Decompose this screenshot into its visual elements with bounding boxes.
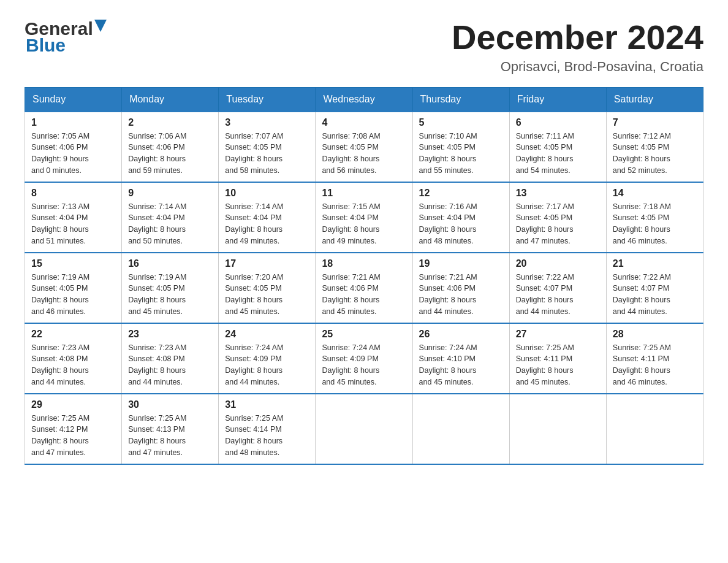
day-number: 20 <box>516 258 600 269</box>
day-number: 14 <box>613 188 697 199</box>
col-wednesday: Wednesday <box>316 87 412 112</box>
day-info: Sunrise: 7:23 AMSunset: 4:08 PMDaylight:… <box>31 342 115 388</box>
day-info: Sunrise: 7:18 AMSunset: 4:05 PMDaylight:… <box>613 201 697 247</box>
day-number: 2 <box>128 117 212 128</box>
day-number: 27 <box>516 329 600 340</box>
table-row <box>509 394 606 464</box>
col-tuesday: Tuesday <box>219 87 316 112</box>
day-info: Sunrise: 7:14 AMSunset: 4:04 PMDaylight:… <box>225 201 309 247</box>
day-info: Sunrise: 7:25 AMSunset: 4:11 PMDaylight:… <box>516 342 600 388</box>
table-row: 8Sunrise: 7:13 AMSunset: 4:04 PMDaylight… <box>25 182 122 253</box>
table-row: 26Sunrise: 7:24 AMSunset: 4:10 PMDayligh… <box>412 323 509 394</box>
table-row: 13Sunrise: 7:17 AMSunset: 4:05 PMDayligh… <box>509 182 606 253</box>
table-row: 12Sunrise: 7:16 AMSunset: 4:04 PMDayligh… <box>412 182 509 253</box>
calendar-week-row: 8Sunrise: 7:13 AMSunset: 4:04 PMDaylight… <box>25 182 703 253</box>
calendar-week-row: 22Sunrise: 7:23 AMSunset: 4:08 PMDayligh… <box>25 323 703 394</box>
table-row: 28Sunrise: 7:25 AMSunset: 4:11 PMDayligh… <box>606 323 703 394</box>
col-friday: Friday <box>509 87 606 112</box>
table-row: 9Sunrise: 7:14 AMSunset: 4:04 PMDaylight… <box>122 182 219 253</box>
day-info: Sunrise: 7:24 AMSunset: 4:09 PMDaylight:… <box>322 342 406 388</box>
day-number: 31 <box>225 399 309 410</box>
table-row: 5Sunrise: 7:10 AMSunset: 4:05 PMDaylight… <box>412 112 509 182</box>
day-number: 1 <box>31 117 115 128</box>
day-info: Sunrise: 7:24 AMSunset: 4:09 PMDaylight:… <box>225 342 309 388</box>
day-info: Sunrise: 7:21 AMSunset: 4:06 PMDaylight:… <box>322 272 406 318</box>
title-section: December 2024 Oprisavci, Brod-Posavina, … <box>452 18 703 75</box>
day-number: 11 <box>322 188 406 199</box>
day-info: Sunrise: 7:25 AMSunset: 4:11 PMDaylight:… <box>613 342 697 388</box>
day-number: 13 <box>516 188 600 199</box>
table-row: 16Sunrise: 7:19 AMSunset: 4:05 PMDayligh… <box>122 253 219 323</box>
day-number: 7 <box>613 117 697 128</box>
day-info: Sunrise: 7:22 AMSunset: 4:07 PMDaylight:… <box>613 272 697 318</box>
table-row: 25Sunrise: 7:24 AMSunset: 4:09 PMDayligh… <box>316 323 412 394</box>
day-info: Sunrise: 7:10 AMSunset: 4:05 PMDaylight:… <box>419 131 503 177</box>
day-info: Sunrise: 7:19 AMSunset: 4:05 PMDaylight:… <box>31 272 115 318</box>
calendar-week-row: 29Sunrise: 7:25 AMSunset: 4:12 PMDayligh… <box>25 394 703 464</box>
day-info: Sunrise: 7:20 AMSunset: 4:05 PMDaylight:… <box>225 272 309 318</box>
table-row: 23Sunrise: 7:23 AMSunset: 4:08 PMDayligh… <box>122 323 219 394</box>
day-info: Sunrise: 7:05 AMSunset: 4:06 PMDaylight:… <box>31 131 115 177</box>
day-number: 16 <box>128 258 212 269</box>
table-row: 6Sunrise: 7:11 AMSunset: 4:05 PMDaylight… <box>509 112 606 182</box>
day-info: Sunrise: 7:12 AMSunset: 4:05 PMDaylight:… <box>613 131 697 177</box>
day-info: Sunrise: 7:22 AMSunset: 4:07 PMDaylight:… <box>516 272 600 318</box>
day-info: Sunrise: 7:07 AMSunset: 4:05 PMDaylight:… <box>225 131 309 177</box>
table-row: 7Sunrise: 7:12 AMSunset: 4:05 PMDaylight… <box>606 112 703 182</box>
day-info: Sunrise: 7:15 AMSunset: 4:04 PMDaylight:… <box>322 201 406 247</box>
table-row: 20Sunrise: 7:22 AMSunset: 4:07 PMDayligh… <box>509 253 606 323</box>
table-row: 15Sunrise: 7:19 AMSunset: 4:05 PMDayligh… <box>25 253 122 323</box>
day-number: 4 <box>322 117 406 128</box>
day-info: Sunrise: 7:24 AMSunset: 4:10 PMDaylight:… <box>419 342 503 388</box>
table-row: 27Sunrise: 7:25 AMSunset: 4:11 PMDayligh… <box>509 323 606 394</box>
day-number: 6 <box>516 117 600 128</box>
day-number: 12 <box>419 188 503 199</box>
table-row: 14Sunrise: 7:18 AMSunset: 4:05 PMDayligh… <box>606 182 703 253</box>
table-row: 18Sunrise: 7:21 AMSunset: 4:06 PMDayligh… <box>316 253 412 323</box>
table-row <box>606 394 703 464</box>
table-row: 19Sunrise: 7:21 AMSunset: 4:06 PMDayligh… <box>412 253 509 323</box>
day-number: 17 <box>225 258 309 269</box>
col-sunday: Sunday <box>25 87 122 112</box>
location-title: Oprisavci, Brod-Posavina, Croatia <box>452 59 703 75</box>
table-row: 22Sunrise: 7:23 AMSunset: 4:08 PMDayligh… <box>25 323 122 394</box>
table-row: 29Sunrise: 7:25 AMSunset: 4:12 PMDayligh… <box>25 394 122 464</box>
table-row <box>316 394 412 464</box>
day-number: 23 <box>128 329 212 340</box>
calendar-table: Sunday Monday Tuesday Wednesday Thursday… <box>25 87 703 465</box>
table-row: 31Sunrise: 7:25 AMSunset: 4:14 PMDayligh… <box>219 394 316 464</box>
table-row: 2Sunrise: 7:06 AMSunset: 4:06 PMDaylight… <box>122 112 219 182</box>
day-info: Sunrise: 7:17 AMSunset: 4:05 PMDaylight:… <box>516 201 600 247</box>
table-row: 24Sunrise: 7:24 AMSunset: 4:09 PMDayligh… <box>219 323 316 394</box>
day-info: Sunrise: 7:25 AMSunset: 4:13 PMDaylight:… <box>128 413 212 459</box>
table-row: 11Sunrise: 7:15 AMSunset: 4:04 PMDayligh… <box>316 182 412 253</box>
day-info: Sunrise: 7:11 AMSunset: 4:05 PMDaylight:… <box>516 131 600 177</box>
calendar-week-row: 15Sunrise: 7:19 AMSunset: 4:05 PMDayligh… <box>25 253 703 323</box>
day-info: Sunrise: 7:25 AMSunset: 4:12 PMDaylight:… <box>31 413 115 459</box>
day-number: 9 <box>128 188 212 199</box>
day-number: 19 <box>419 258 503 269</box>
day-info: Sunrise: 7:25 AMSunset: 4:14 PMDaylight:… <box>225 413 309 459</box>
day-number: 28 <box>613 329 697 340</box>
calendar-week-row: 1Sunrise: 7:05 AMSunset: 4:06 PMDaylight… <box>25 112 703 182</box>
day-number: 10 <box>225 188 309 199</box>
col-monday: Monday <box>122 87 219 112</box>
calendar-header-row: Sunday Monday Tuesday Wednesday Thursday… <box>25 87 703 112</box>
table-row: 1Sunrise: 7:05 AMSunset: 4:06 PMDaylight… <box>25 112 122 182</box>
table-row: 3Sunrise: 7:07 AMSunset: 4:05 PMDaylight… <box>219 112 316 182</box>
day-number: 15 <box>31 258 115 269</box>
day-info: Sunrise: 7:08 AMSunset: 4:05 PMDaylight:… <box>322 131 406 177</box>
day-number: 21 <box>613 258 697 269</box>
day-number: 30 <box>128 399 212 410</box>
day-info: Sunrise: 7:14 AMSunset: 4:04 PMDaylight:… <box>128 201 212 247</box>
day-number: 26 <box>419 329 503 340</box>
table-row: 10Sunrise: 7:14 AMSunset: 4:04 PMDayligh… <box>219 182 316 253</box>
day-info: Sunrise: 7:21 AMSunset: 4:06 PMDaylight:… <box>419 272 503 318</box>
day-number: 5 <box>419 117 503 128</box>
day-number: 22 <box>31 329 115 340</box>
day-info: Sunrise: 7:06 AMSunset: 4:06 PMDaylight:… <box>128 131 212 177</box>
table-row: 4Sunrise: 7:08 AMSunset: 4:05 PMDaylight… <box>316 112 412 182</box>
table-row: 30Sunrise: 7:25 AMSunset: 4:13 PMDayligh… <box>122 394 219 464</box>
month-title: December 2024 <box>452 18 703 56</box>
logo: General Blue <box>25 18 107 55</box>
